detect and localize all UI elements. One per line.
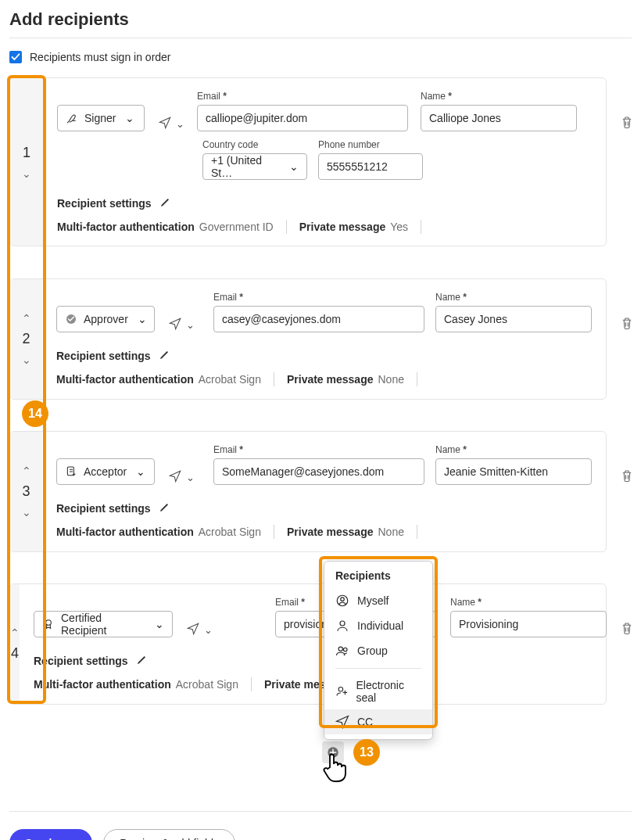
phone-input[interactable] [318, 153, 423, 180]
recipient-card: 1⌄ Signer ⌄ ⌄ Email * Name * Country c [9, 77, 607, 246]
chevron-down-icon: ⌄ [138, 313, 147, 325]
step-number: 4 [11, 645, 19, 662]
name-label: Name * [421, 91, 577, 102]
recipient-settings-row: Recipient settings [56, 501, 592, 515]
send-icon[interactable] [169, 318, 181, 332]
move-down-icon[interactable]: ⌄ [22, 167, 31, 180]
move-down-icon[interactable]: ⌄ [22, 354, 31, 366]
popover-item-individual[interactable]: Individual [324, 613, 432, 638]
recipient-details-row: Multi-factor authentication Acrobat Sign… [34, 677, 607, 691]
name-input[interactable] [450, 611, 607, 637]
page-title: Add recipients [9, 9, 632, 30]
card-body: Certified Recipient ⌄ ⌄ Email * Name * R… [20, 584, 621, 704]
delivery-chevron-icon[interactable]: ⌄ [186, 472, 195, 483]
delete-recipient-icon[interactable] [620, 114, 634, 132]
role-label: Acceptor [84, 465, 127, 478]
recipient-card: ⌃2⌄ Approver ⌄ ⌄ Email * Name * Recipien… [9, 278, 607, 400]
footer: Send now Preview & add fields [9, 811, 632, 840]
role-select[interactable]: Acceptor ⌄ [56, 458, 155, 485]
recipient-details-row: Multi-factor authentication Acrobat Sign… [56, 372, 592, 386]
move-up-icon[interactable]: ⌃ [22, 312, 31, 325]
sign-order-row: Recipients must sign in order [9, 51, 632, 63]
email-input[interactable] [213, 458, 424, 485]
email-input[interactable] [197, 105, 408, 131]
name-label: Name * [450, 597, 607, 608]
cursor-hand-icon [320, 750, 349, 787]
popover-item-group[interactable]: Group [324, 638, 432, 663]
send-icon[interactable] [159, 117, 171, 131]
card-body: Approver ⌄ ⌄ Email * Name * Recipient se… [42, 279, 606, 399]
recipient-list: ⌃4 Certified Recipient ⌄ ⌄ Email * Name … [9, 77, 632, 788]
role-select[interactable]: Certified Recipient ⌄ [34, 611, 173, 637]
popover-item-electronic-seal[interactable]: Electronic seal [324, 673, 432, 709]
step-column: 1⌄ [10, 78, 43, 246]
step-column: ⌃2⌄ [10, 279, 42, 399]
role-select[interactable]: Approver ⌄ [56, 306, 155, 332]
send-icon[interactable] [169, 470, 181, 485]
chevron-down-icon: ⌄ [155, 618, 164, 630]
svg-point-7 [344, 648, 348, 652]
name-input[interactable] [435, 306, 592, 332]
role-label: Certified Recipient [61, 612, 145, 637]
step-number: 2 [22, 331, 30, 347]
step-column: ⌃4 [10, 584, 20, 704]
delete-recipient-icon[interactable] [620, 468, 634, 486]
recipient-details-row: Multi-factor authentication Acrobat Sign… [56, 525, 592, 539]
delivery-chevron-icon[interactable]: ⌄ [204, 624, 213, 636]
email-label: Email * [213, 292, 424, 303]
delivery-chevron-icon[interactable]: ⌄ [186, 319, 195, 331]
recipient-card: ⌃4 Certified Recipient ⌄ ⌄ Email * Name … [9, 583, 607, 705]
move-down-icon[interactable]: ⌄ [22, 506, 31, 519]
recipient-card: ⌃3⌄ Acceptor ⌄ ⌄ Email * Name * Recipien… [9, 431, 607, 552]
card-body: Acceptor ⌄ ⌄ Email * Name * Recipient se… [42, 432, 606, 551]
step-column: ⌃3⌄ [10, 432, 42, 551]
role-label: Approver [84, 313, 128, 325]
svg-rect-1 [67, 467, 73, 476]
svg-point-6 [338, 647, 342, 651]
svg-point-0 [46, 620, 52, 626]
badge-13: 13 [353, 739, 380, 766]
chevron-down-icon: ⌄ [136, 465, 145, 478]
popover-divider [335, 668, 421, 669]
recipient-details-row: Multi-factor authentication Government I… [57, 220, 592, 234]
name-label: Name * [435, 444, 592, 455]
popover-item-myself[interactable]: Myself [324, 588, 432, 613]
move-up-icon[interactable]: ⌃ [22, 465, 31, 477]
phone-label: Phone number [318, 139, 423, 150]
send-icon[interactable] [187, 623, 199, 637]
country-code-select[interactable]: +1 (United St… ⌄ [202, 153, 307, 180]
email-label: Email * [197, 91, 408, 102]
preview-add-fields-button[interactable]: Preview & add fields [103, 829, 235, 840]
svg-point-8 [338, 687, 343, 692]
role-select[interactable]: Signer ⌄ [57, 105, 145, 131]
card-body: Signer ⌄ ⌄ Email * Name * Country code +… [43, 78, 606, 246]
popover-item-cc[interactable]: CC [324, 709, 432, 734]
country-code-label: Country code [202, 139, 307, 150]
edit-settings-icon[interactable] [159, 196, 172, 210]
delivery-chevron-icon[interactable]: ⌄ [176, 118, 184, 130]
badge-14: 14 [22, 400, 48, 427]
edit-settings-icon[interactable] [136, 653, 149, 668]
delete-recipient-icon[interactable] [620, 620, 634, 638]
move-up-icon[interactable]: ⌃ [10, 626, 20, 639]
name-input[interactable] [421, 105, 577, 131]
role-icon [42, 618, 55, 630]
divider [9, 38, 632, 38]
sign-order-checkbox[interactable] [9, 51, 22, 63]
email-input[interactable] [213, 306, 424, 332]
delete-recipient-icon[interactable] [620, 315, 634, 333]
name-input[interactable] [435, 458, 592, 485]
name-label: Name * [435, 292, 592, 303]
send-now-button[interactable]: Send now [9, 829, 92, 840]
popover-title: Recipients [324, 569, 432, 588]
edit-settings-icon[interactable] [159, 501, 171, 515]
chevron-down-icon: ⌄ [125, 112, 134, 124]
edit-settings-icon[interactable] [159, 348, 171, 363]
step-number: 3 [22, 483, 30, 500]
recipient-settings-row: Recipient settings [56, 348, 592, 363]
role-icon [65, 313, 77, 325]
svg-point-4 [341, 598, 345, 601]
svg-point-5 [340, 621, 345, 626]
sign-order-label: Recipients must sign in order [30, 51, 171, 63]
role-icon [66, 112, 78, 124]
